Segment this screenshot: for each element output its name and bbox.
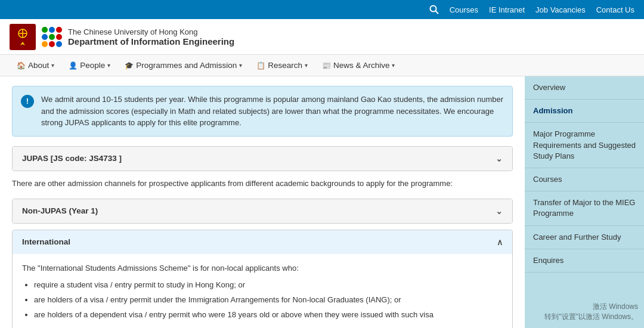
international-intro: The "International Students Admissions S…: [22, 262, 503, 275]
windows-line1: 激活 Windows: [544, 302, 638, 312]
sidebar-item-admission[interactable]: Admission: [525, 100, 644, 123]
nav-people[interactable]: 👤 People ▾: [61, 55, 117, 76]
sidebar-enquires-label: Enquires: [533, 256, 564, 265]
courses-link[interactable]: Courses: [450, 5, 478, 14]
department-name: Department of Information Engineering: [68, 36, 234, 47]
nav-about-label: About: [28, 61, 49, 70]
svg-line-1: [435, 11, 438, 14]
clipboard-icon: 📋: [256, 61, 265, 70]
sidebar-item-enquires[interactable]: Enquires: [525, 249, 644, 273]
job-vacancies-link[interactable]: Job Vacancies: [535, 5, 586, 14]
sidebar: Overview Admission Major Programme Requi…: [525, 76, 644, 328]
search-icon[interactable]: [429, 5, 439, 14]
sidebar-major-label: Major Programme Requirements and Suggest…: [533, 129, 636, 160]
jupas-label: JUPAS [JS code: JS4733 ]: [22, 154, 122, 163]
logo-text: The Chinese University of Hong Kong Depa…: [68, 27, 234, 47]
international-label: International: [22, 237, 70, 246]
non-jupas-chevron-down-icon: ⌄: [496, 206, 503, 216]
sidebar-admission-label: Admission: [533, 106, 572, 115]
nav-about[interactable]: 🏠 About ▾: [10, 55, 61, 76]
nav-programmes-label: Programmes and Admission: [136, 61, 237, 70]
info-text: We admit around 10-15 students per year.…: [41, 94, 504, 129]
windows-activate: 激活 Windows 转到"设置"以激活 Windows。: [544, 302, 638, 322]
nav-people-label: People: [80, 61, 105, 70]
nav-news-label: News & Archive: [333, 61, 390, 70]
jupas-chevron-down-icon: ⌄: [496, 154, 503, 163]
non-jupas-accordion: Non-JUPAS (Year 1) ⌄: [12, 199, 513, 224]
sidebar-item-major-programme[interactable]: Major Programme Requirements and Suggest…: [525, 123, 644, 168]
info-box: ! We admit around 10-15 students per yea…: [12, 86, 513, 137]
jupas-accordion-header[interactable]: JUPAS [JS code: JS4733 ] ⌄: [13, 147, 512, 171]
sidebar-overview-label: Overview: [533, 83, 565, 92]
programmes-arrow-icon: ▾: [239, 62, 242, 69]
nav-news[interactable]: 📰 News & Archive ▾: [315, 55, 402, 76]
sidebar-career-label: Career and Further Study: [533, 233, 621, 242]
university-name: The Chinese University of Hong Kong: [68, 27, 234, 36]
international-accordion: International ∧ The "International Stude…: [12, 230, 513, 328]
header: The Chinese University of Hong Kong Depa…: [0, 19, 644, 55]
non-jupas-label: Non-JUPAS (Year 1): [22, 206, 98, 215]
list-item: are holders of a dependent visa / entry …: [34, 309, 503, 321]
non-jupas-accordion-header[interactable]: Non-JUPAS (Year 1) ⌄: [13, 199, 512, 223]
sidebar-item-courses[interactable]: Courses: [525, 168, 644, 191]
top-bar: Courses IE Intranet Job Vacancies Contac…: [0, 0, 644, 19]
graduation-icon: 🎓: [125, 61, 134, 70]
home-icon: 🏠: [17, 61, 26, 70]
crest-icon: [10, 24, 36, 50]
international-bullets-list: require a student visa / entry permit to…: [22, 279, 503, 321]
people-arrow-icon: ▾: [107, 62, 110, 69]
international-accordion-content: The "International Students Admissions S…: [13, 254, 512, 328]
nav-bar: 🏠 About ▾ 👤 People ▾ 🎓 Programmes and Ad…: [0, 55, 644, 76]
main-layout: ! We admit around 10-15 students per yea…: [0, 76, 644, 328]
logo-area: The Chinese University of Hong Kong Depa…: [10, 24, 234, 50]
sidebar-courses-label: Courses: [533, 175, 562, 184]
nav-research[interactable]: 📋 Research ▾: [249, 55, 315, 76]
info-icon: !: [21, 95, 34, 108]
sidebar-item-overview[interactable]: Overview: [525, 76, 644, 100]
international-chevron-up-icon: ∧: [497, 237, 503, 247]
sidebar-transfer-label: Transfer of Major to the MIEG Programme: [533, 198, 635, 218]
news-arrow-icon: ▾: [392, 62, 395, 69]
person-icon: 👤: [69, 61, 78, 70]
jupas-accordion: JUPAS [JS code: JS4733 ] ⌄: [12, 146, 513, 171]
list-item: are holders of a visa / entry permit und…: [34, 294, 503, 307]
ie-intranet-link[interactable]: IE Intranet: [489, 5, 525, 14]
logo-dots: [42, 27, 62, 47]
about-arrow-icon: ▾: [51, 62, 54, 69]
windows-line2: 转到"设置"以激活 Windows。: [544, 312, 638, 322]
nav-research-label: Research: [268, 61, 302, 70]
international-accordion-header[interactable]: International ∧: [13, 230, 512, 254]
sidebar-item-transfer[interactable]: Transfer of Major to the MIEG Programme: [525, 191, 644, 225]
research-arrow-icon: ▾: [305, 62, 308, 69]
nav-programmes[interactable]: 🎓 Programmes and Admission ▾: [117, 55, 249, 76]
contact-us-link[interactable]: Contact Us: [596, 5, 634, 14]
newspaper-icon: 📰: [322, 61, 331, 70]
svg-point-0: [430, 6, 436, 12]
channels-paragraph: There are other admission channels for p…: [12, 177, 513, 190]
list-item: require a student visa / entry permit to…: [34, 279, 503, 292]
sidebar-item-career[interactable]: Career and Further Study: [525, 226, 644, 249]
content-area: ! We admit around 10-15 students per yea…: [0, 76, 525, 328]
